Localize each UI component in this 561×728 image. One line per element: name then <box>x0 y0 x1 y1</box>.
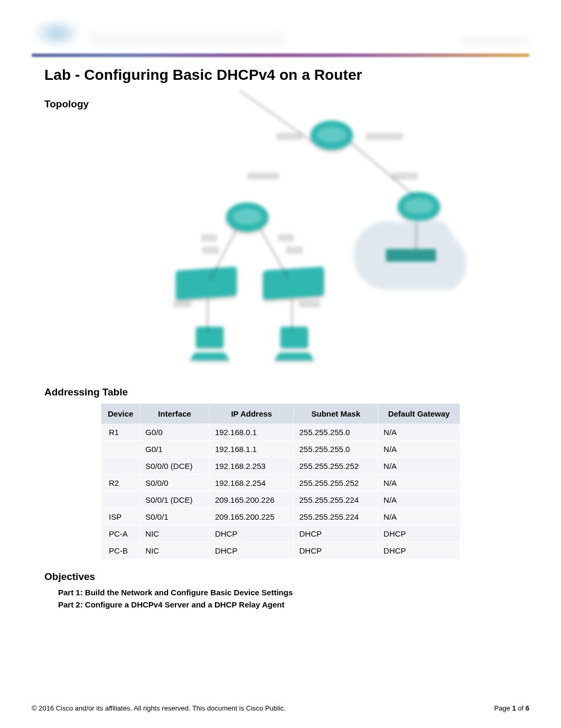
table-row: PC-ANICDHCPDHCPDHCP <box>101 526 460 542</box>
diagram-label <box>202 246 219 254</box>
table-cell: DHCP <box>209 526 294 542</box>
table-cell: N/A <box>378 441 460 458</box>
diagram-label <box>366 133 403 140</box>
router-r2-icon <box>311 121 353 150</box>
table-row: G0/1192.168.1.1255.255.255.0N/A <box>101 441 460 458</box>
table-cell: R2 <box>101 475 140 492</box>
router-isp-icon <box>398 192 440 221</box>
table-cell <box>101 492 140 509</box>
diagram-label <box>173 300 191 308</box>
table-cell: S0/0/1 <box>140 509 210 526</box>
table-row: R1G0/0192.168.0.1255.255.255.0N/A <box>101 424 460 441</box>
link-line <box>350 142 415 197</box>
document-title: Lab - Configuring Basic DHCPv4 on a Rout… <box>44 67 529 84</box>
addressing-table: Device Interface IP Address Subnet Mask … <box>101 403 460 559</box>
table-row: ISPS0/0/1209.165.200.225255.255.255.224N… <box>101 509 460 526</box>
topology-heading: Topology <box>44 98 529 110</box>
diagram-label <box>299 300 320 308</box>
table-row: R2S0/0/0192.168.2.254255.255.255.252N/A <box>101 475 460 492</box>
table-cell: 255.255.255.0 <box>294 441 378 458</box>
table-cell: N/A <box>378 509 460 526</box>
addressing-table-heading: Addressing Table <box>44 386 529 398</box>
table-cell <box>101 458 140 475</box>
table-cell: R1 <box>101 424 140 441</box>
link-line <box>207 298 208 333</box>
table-cell: 255.255.255.0 <box>294 424 378 441</box>
objective-item: Part 1: Build the Network and Configure … <box>58 588 529 597</box>
col-device: Device <box>101 404 140 424</box>
diagram-label <box>278 234 294 242</box>
table-cell: 192.168.2.253 <box>209 458 294 475</box>
table-cell: 192.168.2.254 <box>209 475 294 492</box>
table-cell: N/A <box>378 424 460 441</box>
table-cell: 255.255.255.252 <box>294 458 378 475</box>
diagram-label <box>276 133 303 140</box>
table-cell: G0/1 <box>140 441 210 458</box>
table-cell: G0/0 <box>140 424 210 441</box>
page-number: Page 1 of 6 <box>494 704 529 712</box>
diagram-label <box>247 172 279 180</box>
table-row: S0/0/0 (DCE)192.168.2.253255.255.255.252… <box>101 458 460 475</box>
table-cell: 192.168.1.1 <box>209 441 294 458</box>
table-cell: 209.165.200.225 <box>209 509 294 526</box>
table-cell: 255.255.255.224 <box>294 492 378 509</box>
objectives-heading: Objectives <box>44 571 529 583</box>
table-cell: 255.255.255.224 <box>294 509 378 526</box>
document-header <box>32 19 529 50</box>
link-line <box>292 298 293 333</box>
table-cell: ISP <box>101 509 140 526</box>
internet-label <box>386 249 436 262</box>
internet-cloud-icon <box>353 221 469 290</box>
diagram-label <box>286 246 303 254</box>
table-cell: DHCP <box>378 542 460 559</box>
switch-s1-icon <box>176 266 237 300</box>
table-cell: 209.165.200.226 <box>209 492 294 509</box>
col-interface: Interface <box>140 404 210 424</box>
header-divider <box>32 53 529 57</box>
diagram-label <box>391 172 418 180</box>
table-row: PC-BNICDHCPDHCPDHCP <box>101 542 460 559</box>
objective-item: Part 2: Configure a DHCPv4 Server and a … <box>58 600 529 609</box>
col-gateway: Default Gateway <box>378 404 460 424</box>
table-cell: N/A <box>378 458 460 475</box>
page-footer: © 2016 Cisco and/or its affiliates. All … <box>32 704 529 712</box>
switch-s2-icon <box>263 266 324 300</box>
table-cell: NIC <box>140 526 210 542</box>
table-cell: DHCP <box>294 526 378 542</box>
table-cell <box>101 441 140 458</box>
table-cell: DHCP <box>378 526 460 542</box>
table-cell: DHCP <box>209 542 294 559</box>
header-right-text <box>461 35 529 45</box>
col-ip: IP Address <box>209 404 294 424</box>
diagram-label <box>201 234 217 242</box>
col-mask: Subnet Mask <box>294 404 378 424</box>
table-cell: 255.255.255.252 <box>294 475 378 492</box>
table-cell: S0/0/0 (DCE) <box>140 458 210 475</box>
router-r1-icon <box>226 202 268 232</box>
objectives-list: Part 1: Build the Network and Configure … <box>58 588 529 609</box>
table-cell: NIC <box>140 542 210 559</box>
copyright-text: © 2016 Cisco and/or its affiliates. All … <box>32 704 286 712</box>
pc-b-icon <box>276 327 312 363</box>
topology-diagram <box>44 115 529 377</box>
link-line <box>416 222 417 251</box>
table-header-row: Device Interface IP Address Subnet Mask … <box>101 404 460 424</box>
pc-a-icon <box>192 327 228 363</box>
cisco-logo <box>32 19 82 48</box>
table-cell: PC-A <box>101 526 140 542</box>
table-cell: N/A <box>378 475 460 492</box>
table-cell: S0/0/0 <box>140 475 210 492</box>
table-cell: DHCP <box>294 542 378 559</box>
table-cell: N/A <box>378 492 460 509</box>
table-cell: 192.168.0.1 <box>209 424 294 441</box>
header-center-text <box>90 32 285 47</box>
table-cell: PC-B <box>101 542 140 559</box>
table-row: S0/0/1 (DCE)209.165.200.226255.255.255.2… <box>101 492 460 509</box>
table-cell: S0/0/1 (DCE) <box>140 492 210 509</box>
